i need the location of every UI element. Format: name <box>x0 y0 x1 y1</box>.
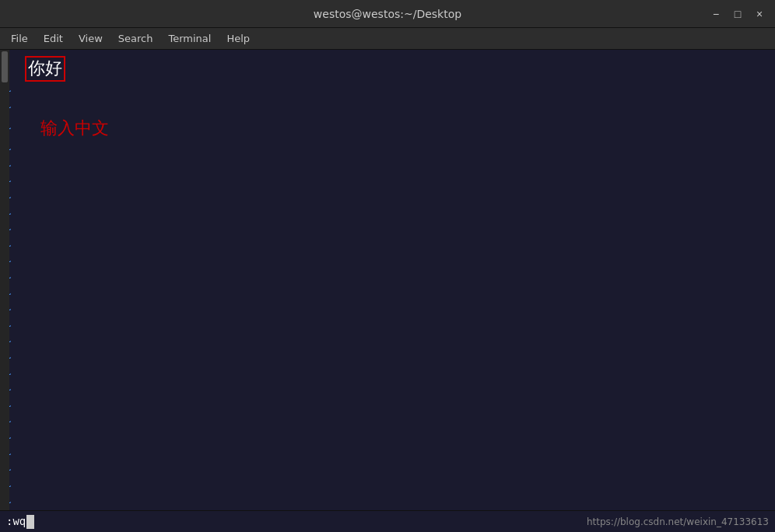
window-title: westos@westos:~/Desktop <box>314 8 461 20</box>
command-text: :wq <box>6 515 26 527</box>
line-row-annotation: ~ 输入中文 <box>0 115 109 142</box>
line-row-2: ~ <box>0 83 109 100</box>
menu-view[interactable]: View <box>71 31 110 46</box>
line-row-11: ~ <box>0 237 109 254</box>
line-row-6: ~ <box>0 157 109 173</box>
scrollbar[interactable] <box>0 50 9 510</box>
line-row-17: ~ <box>0 334 109 350</box>
line-row-18: ~ <box>0 350 109 366</box>
menu-edit[interactable]: Edit <box>36 31 71 46</box>
line-row-26: ~ <box>0 478 109 495</box>
terminal-body: 你好 ~ ~ ~ 输入中文 <box>0 50 775 510</box>
line-row-9: ~ <box>0 205 109 222</box>
menu-search[interactable]: Search <box>110 31 161 46</box>
line-row-19: ~ <box>0 366 109 382</box>
menu-bar: File Edit View Search Terminal Help <box>0 28 775 50</box>
vim-cursor <box>26 515 34 529</box>
line-row-7: ~ <box>0 173 109 190</box>
line-row-24: ~ <box>0 446 109 462</box>
maximize-button[interactable]: □ <box>728 5 747 23</box>
close-button[interactable]: × <box>750 5 769 23</box>
selected-chinese-text: 你好 <box>25 56 65 82</box>
annotation-chinese: 输入中文 <box>40 117 109 139</box>
line-list: 你好 ~ ~ ~ 输入中文 <box>0 50 109 510</box>
line-row-25: ~ <box>0 462 109 478</box>
status-bar: :wq https://blog.csdn.net/weixin_4713361… <box>0 510 775 532</box>
line-row-5: ~ <box>0 142 109 158</box>
line-row-13: ~ <box>0 270 109 286</box>
minimize-button[interactable]: − <box>707 5 725 23</box>
vim-command: :wq <box>6 515 34 529</box>
menu-file[interactable]: File <box>3 31 36 46</box>
scrollbar-thumb[interactable] <box>2 51 8 82</box>
terminal-window: westos@westos:~/Desktop − □ × File Edit … <box>0 0 775 532</box>
title-bar: westos@westos:~/Desktop − □ × <box>0 0 775 28</box>
window-controls: − □ × <box>707 5 769 23</box>
line-row-8: ~ <box>0 190 109 206</box>
annotation-content: 输入中文 <box>22 120 109 137</box>
vim-editor: 你好 ~ ~ ~ 输入中文 <box>0 50 766 510</box>
line-row-1: 你好 <box>0 53 109 83</box>
line-row-12: ~ <box>0 254 109 270</box>
menu-terminal[interactable]: Terminal <box>160 31 219 46</box>
line-row-27: ~ <box>0 494 109 510</box>
line-row-21: ~ <box>0 398 109 415</box>
line-row-23: ~ <box>0 430 109 446</box>
line-row-3: ~ <box>0 99 109 115</box>
line-row-14: ~ <box>0 285 109 302</box>
line-row-15: ~ <box>0 302 109 318</box>
watermark-url: https://blog.csdn.net/weixin_47133613 <box>587 516 769 527</box>
line-row-20: ~ <box>0 382 109 398</box>
line-row-16: ~ <box>0 318 109 334</box>
menu-help[interactable]: Help <box>219 31 258 46</box>
line-content-1: 你好 <box>22 56 109 82</box>
line-row-22: ~ <box>0 414 109 430</box>
line-row-10: ~ <box>0 222 109 238</box>
